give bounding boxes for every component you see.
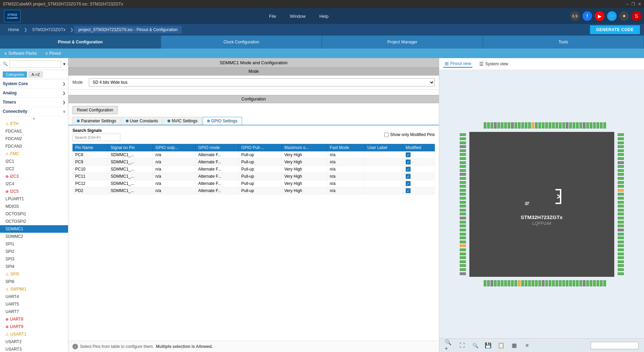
sidebar-item-fdcan3[interactable]: FDCAN3 (0, 143, 68, 150)
tab-project-manager[interactable]: Project Manager (322, 36, 483, 49)
sidebar-item-i2c1[interactable]: I2C1 (0, 158, 68, 165)
table-row[interactable]: PC8 SDMMC1_... n/a Alternate F... Pull-u… (72, 151, 435, 159)
sidebar-item-spi6[interactable]: SPI6 (0, 278, 68, 285)
table-row[interactable]: PC12 SDMMC1_... n/a Alternate F... Pull-… (72, 180, 435, 187)
sidebar-item-mdios[interactable]: MDIOS (0, 203, 68, 210)
sidebar-item-spi5[interactable]: ⚠ SPI5 (0, 270, 68, 278)
extra-icon2[interactable]: S (632, 11, 641, 21)
table-row[interactable]: PD2 SDMMC1_... n/a Alternate F... Pull-u… (72, 187, 435, 194)
pin (514, 280, 517, 286)
sidebar-item-swpmi1[interactable]: ⚠ SWPMI1 (0, 285, 68, 293)
sidebar-item-octospi1[interactable]: OCTOSPI1 (0, 210, 68, 218)
sub-tab-software-packs[interactable]: ∨ Software Packs (4, 51, 37, 56)
grid-button[interactable]: ▦ (510, 341, 519, 350)
sidebar-item-usart3[interactable]: USART3 (0, 346, 68, 352)
tab-parameter-settings[interactable]: Parameter Settings (72, 117, 121, 125)
sidebar-item-spi3[interactable]: SPI3 (0, 255, 68, 263)
zoom-out-button[interactable]: 🔍 (471, 341, 480, 350)
chip-name: STM32H723ZGTx (521, 214, 563, 220)
pin-h (460, 256, 466, 259)
show-modified-checkbox[interactable] (384, 133, 389, 137)
tab-pinout-view[interactable]: ⊞ Pinout view (443, 60, 472, 68)
table-row[interactable]: PC9 SDMMC1_... n/a Alternate F... Pull-u… (72, 159, 435, 166)
search-icon: 🔍 (3, 62, 8, 66)
pin (532, 280, 534, 286)
cell-pin-name: PC8 (72, 151, 108, 159)
tab-user-constants[interactable]: User Constants (121, 117, 163, 125)
scroll-up-indicator[interactable]: ▲ (0, 116, 68, 120)
sidebar-section-analog[interactable]: Analog ❯ (0, 89, 68, 98)
sidebar-item-uart7[interactable]: UART7 (0, 308, 68, 315)
sidebar-item-fdcan2[interactable]: FDCAN2 (0, 135, 68, 143)
toolbar-search-input[interactable] (591, 342, 639, 349)
menu-file[interactable]: File (266, 12, 279, 20)
sidebar-item-fmc[interactable]: ⚠ FMC (0, 150, 68, 158)
sidebar-item-spi1[interactable]: SPI1 (0, 240, 68, 248)
sidebar-item-spi4[interactable]: SPI4 (0, 263, 68, 270)
breadcrumb-device[interactable]: STM32H723ZGTx (28, 26, 69, 33)
tab-az[interactable]: A->Z (28, 71, 43, 78)
tab-gpio-settings[interactable]: GPIO Settings (203, 117, 242, 125)
sidebar-item-uart9[interactable]: ⊗ UART9 (0, 323, 68, 330)
zoom-in-button[interactable]: 🔍+ (445, 341, 454, 350)
sidebar-item-octospi2[interactable]: OCTOSPI2 (0, 218, 68, 225)
breadcrumb-home[interactable]: Home (4, 26, 23, 33)
sidebar-item-sdmmc2[interactable]: SDMMC2 (0, 233, 68, 240)
sidebar-item-usart2[interactable]: USART2 (0, 338, 68, 346)
sidebar-item-i2c5[interactable]: ⊗ I2C5 (0, 188, 68, 195)
error-icon: ⊗ (5, 317, 9, 322)
sidebar-item-i2c4[interactable]: I2C4 (0, 180, 68, 188)
sidebar-item-i2c3[interactable]: ⊗ I2C3 (0, 173, 68, 180)
sidebar-section-timers[interactable]: Timers ❯ (0, 98, 68, 107)
copy-button[interactable]: 📋 (497, 341, 506, 350)
reset-configuration-button[interactable]: Reset Configuration (72, 106, 118, 114)
table-row[interactable]: PC10 SDMMC1_... n/a Alternate F... Pull-… (72, 166, 435, 173)
tab-system-view[interactable]: ☰ System view (478, 60, 509, 67)
youtube-icon[interactable]: ▶ (595, 11, 604, 21)
pin (518, 122, 521, 128)
cell-signal: SDMMC1_... (108, 173, 152, 180)
search-signals-input[interactable] (72, 134, 120, 141)
search-signals-label: Search Signals (72, 128, 120, 133)
sidebar-section-system-core[interactable]: System Core ❯ (0, 79, 68, 89)
menu-help[interactable]: Help (317, 12, 331, 20)
generate-code-button[interactable]: GENERATE CODE (590, 25, 640, 34)
save-view-button[interactable]: 💾 (484, 341, 493, 350)
sub-tab-pinout[interactable]: ∨ Pinout (45, 51, 61, 56)
cell-gpio-out: n/a (152, 159, 195, 166)
minimize-icon[interactable]: ─ (626, 2, 629, 6)
table-row[interactable]: PC11 SDMMC1_... n/a Alternate F... Pull-… (72, 173, 435, 180)
sidebar-item-uart8[interactable]: ⊗ UART8 (0, 315, 68, 323)
tab-categories[interactable]: Categories (3, 71, 27, 78)
sidebar-item-spi2[interactable]: SPI2 (0, 248, 68, 255)
sidebar-item-lpuart1[interactable]: LPUART1 (0, 195, 68, 203)
tab-pinout[interactable]: Pinout & Configuration (0, 36, 161, 49)
tab-nvic-settings[interactable]: NVIC Settings (163, 117, 202, 125)
extra-icon1[interactable]: ✦ (619, 11, 629, 21)
sidebar-item-eth[interactable]: ⚠ ETH (0, 120, 68, 127)
list-button[interactable]: ≡ (523, 341, 532, 350)
twitter-icon[interactable]: 🐦 (607, 11, 617, 21)
tab-tools[interactable]: Tools (483, 36, 644, 49)
menu-window[interactable]: Window (287, 12, 308, 20)
tab-clock[interactable]: Clock Configuration (161, 36, 322, 49)
sidebar-item-sdmmc1[interactable]: SDMMC1 (0, 225, 68, 233)
facebook-icon[interactable]: f (582, 11, 592, 21)
sidebar-section-connectivity[interactable]: Connectivity ∨ (0, 107, 68, 116)
breadcrumb-project[interactable]: project_STM32H723ZGT6.ioc - Pinout & Con… (74, 26, 182, 33)
mode-select[interactable]: SD 4 bits Wide bus (89, 78, 435, 86)
mode-row: Mode SD 4 bits Wide bus (68, 76, 439, 90)
fit-view-button[interactable]: ⛶ (458, 341, 467, 350)
pin (511, 122, 514, 128)
sidebar-item-fdcan1[interactable]: FDCAN1 (0, 127, 68, 135)
sidebar-item-usart1[interactable]: ⚠ USART1 (0, 330, 68, 338)
sidebar-item-i2c2[interactable]: I2C2 (0, 165, 68, 173)
sidebar-item-uart5[interactable]: UART5 (0, 300, 68, 308)
restore-icon[interactable]: ❐ (631, 2, 635, 6)
close-icon[interactable]: ✕ (638, 2, 641, 6)
pin-h (460, 149, 466, 152)
search-input[interactable] (9, 60, 61, 68)
dropdown-icon[interactable]: ▼ (63, 62, 66, 66)
sidebar-item-uart4[interactable]: UART4 (0, 293, 68, 300)
cell-gpio-mode: Alternate F... (195, 166, 238, 173)
